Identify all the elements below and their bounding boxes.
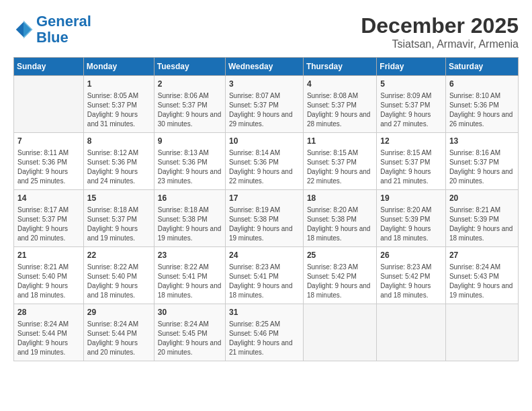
table-row: 25Sunrise: 8:23 AMSunset: 5:42 PMDayligh… [303, 247, 376, 304]
table-row: 21Sunrise: 8:21 AMSunset: 5:40 PMDayligh… [14, 247, 84, 304]
day-number: 4 [307, 79, 373, 90]
table-row: 18Sunrise: 8:20 AMSunset: 5:38 PMDayligh… [303, 190, 376, 247]
logo-blue: Blue [36, 29, 69, 46]
calendar-week-2: 7Sunrise: 8:11 AMSunset: 5:36 PMDaylight… [14, 133, 519, 190]
day-number: 18 [307, 193, 373, 204]
calendar-week-3: 14Sunrise: 8:17 AMSunset: 5:37 PMDayligh… [14, 190, 519, 247]
day-info: Sunrise: 8:25 AMSunset: 5:46 PMDaylight:… [229, 320, 300, 357]
month-title: December 2025 [361, 13, 519, 38]
table-row: 24Sunrise: 8:23 AMSunset: 5:41 PMDayligh… [225, 247, 303, 304]
day-number: 16 [158, 193, 222, 204]
day-info: Sunrise: 8:22 AMSunset: 5:41 PMDaylight:… [158, 263, 222, 300]
day-number: 27 [449, 250, 515, 261]
day-number: 30 [158, 307, 222, 318]
day-info: Sunrise: 8:07 AMSunset: 5:37 PMDaylight:… [229, 91, 300, 129]
table-row: 5Sunrise: 8:09 AMSunset: 5:37 PMDaylight… [377, 76, 446, 133]
logo-icon [13, 19, 34, 40]
day-info: Sunrise: 8:24 AMSunset: 5:44 PMDaylight:… [17, 320, 80, 357]
day-info: Sunrise: 8:18 AMSunset: 5:38 PMDaylight:… [158, 205, 222, 243]
day-info: Sunrise: 8:16 AMSunset: 5:37 PMDaylight:… [449, 148, 515, 186]
header-tuesday: Tuesday [154, 58, 225, 76]
day-number: 15 [87, 193, 150, 204]
table-row: 22Sunrise: 8:22 AMSunset: 5:40 PMDayligh… [83, 247, 154, 304]
day-number: 26 [380, 250, 442, 261]
table-row: 26Sunrise: 8:23 AMSunset: 5:42 PMDayligh… [377, 247, 446, 304]
day-number: 11 [307, 136, 373, 147]
day-info: Sunrise: 8:24 AMSunset: 5:43 PMDaylight:… [449, 263, 515, 300]
day-number: 3 [229, 79, 300, 90]
table-row: 6Sunrise: 8:10 AMSunset: 5:36 PMDaylight… [445, 76, 518, 133]
day-info: Sunrise: 8:19 AMSunset: 5:38 PMDaylight:… [229, 205, 300, 243]
day-number: 19 [380, 193, 442, 204]
day-number: 17 [229, 193, 300, 204]
logo-text: General Blue [36, 13, 91, 46]
day-number: 5 [380, 79, 442, 90]
day-info: Sunrise: 8:06 AMSunset: 5:37 PMDaylight:… [158, 91, 222, 129]
day-number: 14 [17, 193, 80, 204]
table-row [445, 304, 518, 361]
table-row: 28Sunrise: 8:24 AMSunset: 5:44 PMDayligh… [14, 304, 84, 361]
day-number: 10 [229, 136, 300, 147]
day-number: 12 [380, 136, 442, 147]
table-row: 10Sunrise: 8:14 AMSunset: 5:36 PMDayligh… [225, 133, 303, 190]
table-row: 16Sunrise: 8:18 AMSunset: 5:38 PMDayligh… [154, 190, 225, 247]
day-info: Sunrise: 8:09 AMSunset: 5:37 PMDaylight:… [380, 91, 442, 129]
day-number: 24 [229, 250, 300, 261]
day-info: Sunrise: 8:17 AMSunset: 5:37 PMDaylight:… [17, 205, 80, 243]
logo-general: General [36, 13, 91, 30]
table-row: 1Sunrise: 8:05 AMSunset: 5:37 PMDaylight… [83, 76, 154, 133]
table-row: 9Sunrise: 8:13 AMSunset: 5:36 PMDaylight… [154, 133, 225, 190]
table-row: 30Sunrise: 8:24 AMSunset: 5:45 PMDayligh… [154, 304, 225, 361]
calendar-week-4: 21Sunrise: 8:21 AMSunset: 5:40 PMDayligh… [14, 247, 519, 304]
day-number: 21 [17, 250, 80, 261]
day-info: Sunrise: 8:10 AMSunset: 5:36 PMDaylight:… [449, 91, 515, 129]
day-number: 9 [158, 136, 222, 147]
day-number: 1 [87, 79, 150, 90]
day-info: Sunrise: 8:14 AMSunset: 5:36 PMDaylight:… [229, 148, 300, 186]
day-number: 22 [87, 250, 150, 261]
day-info: Sunrise: 8:23 AMSunset: 5:41 PMDaylight:… [229, 263, 300, 300]
day-info: Sunrise: 8:20 AMSunset: 5:39 PMDaylight:… [380, 205, 442, 243]
header-wednesday: Wednesday [225, 58, 303, 76]
day-info: Sunrise: 8:22 AMSunset: 5:40 PMDaylight:… [87, 263, 150, 300]
day-info: Sunrise: 8:18 AMSunset: 5:37 PMDaylight:… [87, 205, 150, 243]
table-row: 12Sunrise: 8:15 AMSunset: 5:37 PMDayligh… [377, 133, 446, 190]
page-header: General Blue December 2025 Tsiatsan, Arm… [13, 13, 519, 50]
svg-marker-1 [24, 21, 33, 39]
table-row: 31Sunrise: 8:25 AMSunset: 5:46 PMDayligh… [225, 304, 303, 361]
day-info: Sunrise: 8:13 AMSunset: 5:36 PMDaylight:… [158, 148, 222, 186]
table-row: 19Sunrise: 8:20 AMSunset: 5:39 PMDayligh… [377, 190, 446, 247]
table-row [377, 304, 446, 361]
day-info: Sunrise: 8:21 AMSunset: 5:39 PMDaylight:… [449, 205, 515, 243]
table-row [14, 76, 84, 133]
day-number: 7 [17, 136, 80, 147]
day-number: 6 [449, 79, 515, 90]
day-info: Sunrise: 8:24 AMSunset: 5:45 PMDaylight:… [158, 320, 222, 357]
day-info: Sunrise: 8:15 AMSunset: 5:37 PMDaylight:… [380, 148, 442, 186]
table-row: 15Sunrise: 8:18 AMSunset: 5:37 PMDayligh… [83, 190, 154, 247]
day-info: Sunrise: 8:21 AMSunset: 5:40 PMDaylight:… [17, 263, 80, 300]
day-number: 25 [307, 250, 373, 261]
table-row: 27Sunrise: 8:24 AMSunset: 5:43 PMDayligh… [445, 247, 518, 304]
day-info: Sunrise: 8:11 AMSunset: 5:36 PMDaylight:… [17, 148, 80, 186]
calendar-header-row: Sunday Monday Tuesday Wednesday Thursday… [14, 58, 519, 76]
table-row: 7Sunrise: 8:11 AMSunset: 5:36 PMDaylight… [14, 133, 84, 190]
header-monday: Monday [83, 58, 154, 76]
table-row: 11Sunrise: 8:15 AMSunset: 5:37 PMDayligh… [303, 133, 376, 190]
calendar-table: Sunday Monday Tuesday Wednesday Thursday… [13, 57, 519, 361]
header-friday: Friday [377, 58, 446, 76]
table-row: 23Sunrise: 8:22 AMSunset: 5:41 PMDayligh… [154, 247, 225, 304]
title-section: December 2025 Tsiatsan, Armavir, Armenia [361, 13, 519, 50]
day-info: Sunrise: 8:23 AMSunset: 5:42 PMDaylight:… [380, 263, 442, 300]
location-title: Tsiatsan, Armavir, Armenia [361, 38, 519, 50]
day-info: Sunrise: 8:08 AMSunset: 5:37 PMDaylight:… [307, 91, 373, 129]
header-saturday: Saturday [445, 58, 518, 76]
header-sunday: Sunday [14, 58, 84, 76]
table-row [303, 304, 376, 361]
day-number: 13 [449, 136, 515, 147]
day-number: 8 [87, 136, 150, 147]
table-row: 17Sunrise: 8:19 AMSunset: 5:38 PMDayligh… [225, 190, 303, 247]
table-row: 3Sunrise: 8:07 AMSunset: 5:37 PMDaylight… [225, 76, 303, 133]
day-info: Sunrise: 8:23 AMSunset: 5:42 PMDaylight:… [307, 263, 373, 300]
table-row: 20Sunrise: 8:21 AMSunset: 5:39 PMDayligh… [445, 190, 518, 247]
